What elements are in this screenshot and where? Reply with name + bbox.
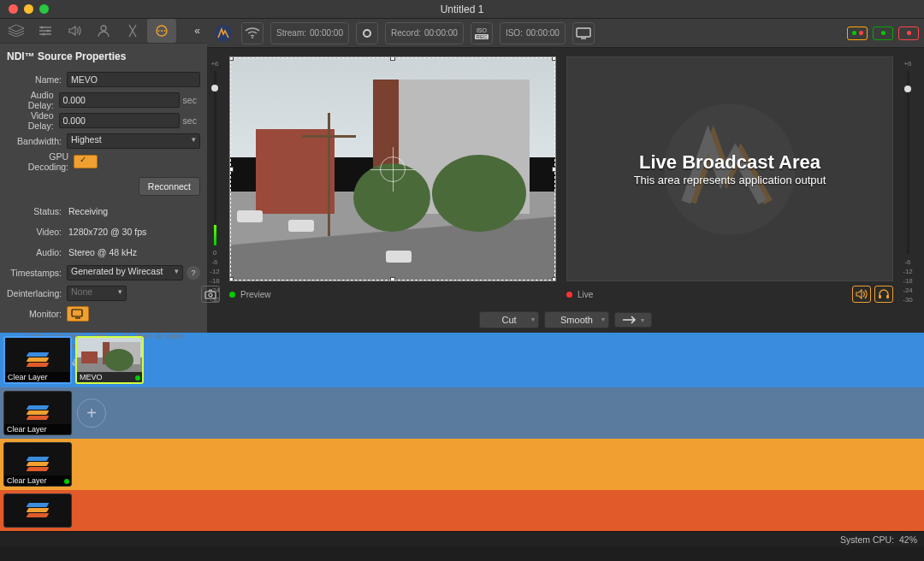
svg-rect-11 [577,28,590,37]
shot-live-indicator-icon [64,479,69,484]
record-label: Record: [391,28,421,38]
minimize-window-button[interactable] [24,4,33,14]
iso-record-icon[interactable]: ISOREC [471,22,493,44]
main-toolbar: Stream: 00:00:00 Record: 00:00:00 ISOREC… [207,19,924,48]
iso-time: 00:00:00 [526,28,560,38]
layers-icon [26,404,50,422]
cut-transition-button[interactable]: Cut▾ [479,311,539,328]
name-input[interactable] [67,72,200,87]
audio-info-label: Audio: [7,247,67,257]
live-area-subtitle: This area represents application output [634,174,826,186]
cpu-value: 42% [899,534,917,545]
collapse-panel-button[interactable]: « [189,25,205,37]
adjust-tab-icon[interactable] [31,19,60,43]
timestamps-select[interactable]: Generated by Wirecast [67,265,183,280]
clear-layer-shot[interactable]: Clear Layer [3,336,72,384]
stream-label: Stream: [276,28,306,38]
gpu-decoding-label: GPU Decoding: [7,151,74,172]
selection-handles[interactable] [230,57,555,280]
add-shot-button[interactable]: + [77,399,106,428]
layer-4[interactable] [0,490,924,531]
svg-point-13 [209,293,212,297]
properties-tabs: « [0,19,207,44]
clear-layer-shot[interactable]: Clear Layer [3,442,72,487]
svg-point-1 [47,30,50,32]
audio-delay-input[interactable] [59,92,180,108]
speaker-button[interactable] [852,286,871,303]
app-logo-icon [212,22,234,44]
snapshot-button[interactable] [201,286,220,303]
preview-canvas[interactable] [229,56,556,281]
video-delay-unit: sec [180,115,200,126]
shot-label: Clear Layer [4,424,71,434]
close-window-button[interactable] [9,4,18,14]
status-bar: System CPU: 42% [0,531,924,546]
wifi-icon[interactable] [241,22,264,44]
record-button[interactable]: Record: 00:00:00 [385,22,464,44]
layer-2[interactable]: Clear Layer + [0,387,924,439]
reconnect-button[interactable]: Reconnect [139,177,200,196]
clear-layer-shot[interactable]: Clear Layer [3,391,72,435]
headphones-button[interactable] [874,286,893,303]
status-indicators [847,27,919,40]
video-delay-input[interactable] [59,113,180,128]
person-tab-icon[interactable] [89,19,118,43]
preview-meter-track[interactable] [214,71,216,245]
layers-tab-icon[interactable] [2,19,31,43]
preview-audio-meter: +6 0 -6 -12 -18 -24 -30 [207,56,222,304]
layers-icon [26,501,50,520]
preview-meter-knob[interactable] [211,85,218,92]
timestamps-help-button[interactable]: ? [187,266,200,280]
stream-button[interactable]: Stream: 00:00:00 [270,22,349,44]
layers-icon [26,455,50,474]
preview-label: Preview [240,290,271,299]
shot-label: MEVO [77,372,142,382]
gpu-decoding-toggle[interactable] [74,155,98,168]
source-tab-icon[interactable] [147,19,176,43]
titlebar: Untitled 1 [0,0,924,19]
status-indicator-1[interactable] [847,27,868,40]
audio-tab-icon[interactable] [60,19,89,43]
window-controls [0,4,49,14]
live-meter-track[interactable] [907,71,909,255]
deinterlacing-label: Deinterlacing: [7,288,67,298]
status-indicator-3[interactable] [898,27,919,40]
preview-indicator-icon [229,292,235,298]
iso-button[interactable]: ISO: 00:00:00 [500,22,566,44]
layer-1[interactable]: Clear Layer MEVO [0,333,924,387]
zoom-window-button[interactable] [39,4,49,14]
svg-point-6 [161,30,163,32]
status-label: Status: [7,206,67,216]
record-icon[interactable] [356,22,378,44]
smooth-transition-button[interactable]: Smooth▾ [544,311,609,328]
monitor-label: Monitor: [7,309,67,319]
svg-rect-15 [879,295,881,298]
video-delay-label: Video Delay: [7,110,59,131]
display-icon[interactable] [572,22,595,44]
status-indicator-2[interactable] [873,27,893,40]
record-time: 00:00:00 [424,28,458,38]
panel-title: NDI™ Source Properties [0,44,207,69]
status-value: Receiving [67,206,200,216]
audio-info-value: Stereo @ 48 kHz [67,247,200,257]
deinterlacing-select[interactable]: None [67,286,127,301]
go-button[interactable]: ▾ [614,312,652,328]
live-meter-knob[interactable] [904,86,911,92]
bandwidth-select[interactable]: Highest [67,133,200,149]
svg-point-2 [43,33,45,36]
svg-point-7 [164,30,166,32]
mevo-shot[interactable]: MEVO [75,336,144,384]
svg-rect-16 [886,295,889,298]
transition-controls: Cut▾ Smooth▾ ▾ [207,307,924,333]
svg-point-3 [101,26,106,31]
monitor-button[interactable] [67,306,89,322]
svg-point-10 [252,37,253,38]
live-audio-meter: +6 -6 -12 -18 -24 -30 [900,56,915,304]
timestamps-label: Timestamps: [7,268,67,278]
video-info-value: 1280x720 @ 30 fps [67,227,200,237]
properties-panel: « NDI™ Source Properties Name: Audio Del… [0,19,207,333]
clear-layer-shot[interactable] [3,493,72,528]
crop-tab-icon[interactable] [118,19,147,43]
layer-3[interactable]: Clear Layer [0,439,924,490]
layers-icon [26,351,50,369]
